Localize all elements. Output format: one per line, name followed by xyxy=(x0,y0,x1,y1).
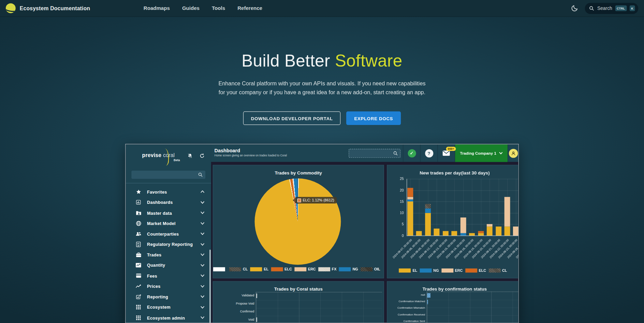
bar-segment-el[interactable] xyxy=(487,226,493,236)
hbar-bar-confirmation-matched[interactable] xyxy=(427,299,428,304)
confirmation-status-bar-chart[interactable]: nullConfirmation MatchedConfirmation Mis… xyxy=(387,282,518,323)
legend-item-NG[interactable]: NG xyxy=(339,267,358,271)
legend-swatch xyxy=(339,267,351,271)
bar-segment-erc[interactable] xyxy=(513,226,518,236)
bar-segment-erc[interactable] xyxy=(487,224,493,227)
dashboard-header: Dashboard Home screen giving an overview… xyxy=(211,144,518,162)
company-selector[interactable]: Trading Company 1 xyxy=(455,144,508,162)
sidebar-item-label: Dashboards xyxy=(147,200,173,205)
commodity-pie-chart[interactable] xyxy=(255,179,341,265)
chevron-down-icon xyxy=(201,222,205,225)
site-title: Ecosystem Documentation xyxy=(20,5,90,11)
status-ok-button[interactable]: ✓ xyxy=(408,149,416,157)
sidebar-item-master-data[interactable]: Master data xyxy=(126,208,211,218)
legend-item-CL[interactable]: CL xyxy=(229,267,248,271)
sidebar-item-market-model[interactable]: Market Model xyxy=(126,218,211,229)
sidebar-item-quantity[interactable]: Quantity xyxy=(126,260,211,271)
bar-segment-el[interactable] xyxy=(434,229,440,236)
nav-link-reference[interactable]: Reference xyxy=(237,5,262,11)
dashboard-sidebar: previsecoral Beta xyxy=(126,144,211,323)
y-tick-label: 25 xyxy=(393,177,404,181)
hbar-bar-validated[interactable] xyxy=(256,293,257,298)
bar-segment-erc[interactable] xyxy=(504,197,510,226)
sidebar-scrollbar[interactable] xyxy=(209,250,211,323)
global-search-button[interactable]: Search CTRL K xyxy=(585,3,638,14)
kbd-ctrl: CTRL xyxy=(615,5,627,11)
legend-swatch xyxy=(465,268,477,272)
sidebar-search[interactable] xyxy=(131,171,205,179)
legend-item-ERC[interactable]: ERC xyxy=(441,268,463,272)
check-icon: ✓ xyxy=(410,151,414,156)
chevron-down-icon xyxy=(201,211,205,214)
bar-segment-el[interactable] xyxy=(469,233,475,236)
tooltip-text: ELC: 1.12% (8612) xyxy=(303,198,334,202)
explore-docs-button[interactable]: EXPLORE DOCS xyxy=(347,111,401,125)
sidebar-item-prices[interactable]: Prices xyxy=(126,281,211,292)
bar-segment-erc[interactable] xyxy=(460,217,466,234)
hbar-category-label: Propose Void xyxy=(213,301,254,305)
legend-item-CL[interactable]: CL xyxy=(488,268,507,272)
dashboard-search-input[interactable] xyxy=(351,151,393,155)
sidebar-item-regulatory-reporting[interactable]: Regulatory Reporting xyxy=(126,239,211,250)
site-brand[interactable]: Ecosystem Documentation xyxy=(6,3,90,13)
user-avatar[interactable] xyxy=(509,149,517,157)
coral-status-bar-chart[interactable]: ValidatedPropose VoidConfirmedVoid xyxy=(213,282,384,323)
dashboard-body: Trades by Commodity ELC: 1.12% (8612) CL… xyxy=(211,162,518,323)
bar-segment-el[interactable] xyxy=(452,231,457,236)
bar-segment-el[interactable] xyxy=(478,233,484,236)
sidebar-item-fees[interactable]: Fees xyxy=(126,270,211,281)
chevron-down-icon xyxy=(201,233,205,235)
legend-item-ELC[interactable]: ELC xyxy=(271,267,292,271)
sidebar-item-ecosystem[interactable]: Ecosystem xyxy=(126,302,211,312)
gridline xyxy=(419,179,420,235)
messages-button[interactable]: 999+ xyxy=(442,150,450,156)
sidebar-item-favorites[interactable]: Favorites xyxy=(126,187,211,197)
refresh-button[interactable] xyxy=(199,153,205,159)
notifications-off-button[interactable] xyxy=(187,153,193,159)
legend-item-OIL[interactable]: OIL xyxy=(361,267,380,271)
sidebar-item-ecosystem-admin[interactable]: Ecosystem admin xyxy=(126,312,211,323)
bar-segment-elc[interactable] xyxy=(407,188,413,197)
download-developer-portal-button[interactable]: DOWNLOAD DEVELOPER PORTAL xyxy=(243,111,341,125)
bar-segment-el[interactable] xyxy=(425,213,431,235)
gridline xyxy=(407,179,518,179)
legend-item-NG[interactable]: NG xyxy=(420,268,439,272)
sidebar-item-reporting[interactable]: Reporting xyxy=(126,292,211,302)
sidebar-item-counterparties[interactable]: Counterparties xyxy=(126,228,211,239)
bar-segment-ng[interactable] xyxy=(425,208,431,213)
bar-segment-ng[interactable] xyxy=(407,199,413,202)
legend-item-EL[interactable]: EL xyxy=(250,267,269,271)
bar-segment-elc[interactable] xyxy=(478,231,484,234)
bar-segment-cl[interactable] xyxy=(425,204,431,208)
nav-link-tools[interactable]: Tools xyxy=(212,5,225,11)
help-button[interactable]: ? xyxy=(425,149,433,157)
bar-segment-ng[interactable] xyxy=(460,233,466,236)
hbar-bar-null[interactable] xyxy=(427,293,430,297)
page-title: Dashboard xyxy=(215,148,343,153)
bar-segment-el[interactable] xyxy=(407,201,413,236)
legend-item-ERC[interactable]: ERC xyxy=(294,267,316,271)
dark-mode-toggle[interactable] xyxy=(570,4,579,13)
bar-segment-el[interactable] xyxy=(504,226,510,236)
bar-segment-el[interactable] xyxy=(443,231,449,236)
bar-segment-erc[interactable] xyxy=(407,197,413,199)
gridline xyxy=(437,179,437,235)
sidebar-item-dashboards[interactable]: Dashboards xyxy=(126,197,211,208)
legend-item-blank[interactable] xyxy=(213,267,227,271)
nav-link-guides[interactable]: Guides xyxy=(182,5,200,11)
sidebar-item-label: Prices xyxy=(147,284,160,289)
nav-link-roadmaps[interactable]: Roadmaps xyxy=(144,5,170,11)
dashboard-search[interactable] xyxy=(349,149,400,157)
hbar-category-label: Void xyxy=(213,318,254,321)
legend-item-EL[interactable]: EL xyxy=(399,268,418,272)
gridline xyxy=(481,179,481,235)
sidebar-item-trades[interactable]: Trades xyxy=(126,250,211,260)
bar-segment-el[interactable] xyxy=(416,231,422,236)
legend-item-FX[interactable]: FX xyxy=(318,267,337,271)
tooltip-swatch-elc xyxy=(297,198,301,202)
search-icon xyxy=(589,5,595,11)
bar-segment-el[interactable] xyxy=(496,226,501,236)
hbar-bar-void[interactable] xyxy=(256,318,257,322)
legend-item-ELC[interactable]: ELC xyxy=(465,268,486,272)
sidebar-search-input[interactable] xyxy=(134,172,198,177)
